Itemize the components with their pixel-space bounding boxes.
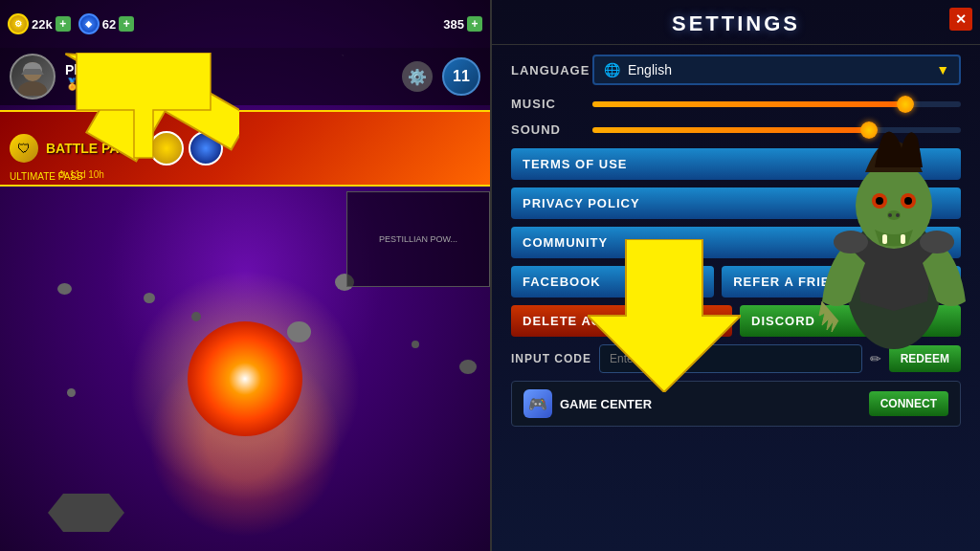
asteroid [67, 388, 76, 397]
gold-icon: ⚙ [8, 13, 29, 34]
gem-icon: ◆ [78, 13, 100, 34]
asteroid [287, 321, 311, 342]
language-arrow-icon: ▼ [936, 62, 949, 77]
svg-point-15 [834, 231, 868, 253]
language-value: English [628, 62, 928, 77]
asteroid [459, 360, 477, 374]
svg-point-13 [888, 213, 892, 217]
level-badge: 11 [442, 57, 480, 96]
game-center-icon: 🎮 [523, 389, 552, 418]
svg-point-10 [876, 197, 883, 205]
asteroid [57, 283, 72, 295]
gem-add-button[interactable]: + [119, 16, 134, 32]
input-code-label: INPUT CODE [511, 352, 591, 365]
special-resource: 385 + [443, 16, 482, 32]
spaceship [48, 494, 124, 532]
space-scene [0, 264, 490, 551]
svg-marker-17 [588, 239, 741, 392]
pestillian-area[interactable]: PESTILLIAN POW... [346, 191, 490, 287]
sound-label: SOUND [511, 122, 583, 137]
close-button[interactable]: ✕ [949, 8, 972, 31]
settings-title: SETTINGS [492, 0, 980, 45]
svg-point-3 [18, 81, 47, 96]
gear-button[interactable]: ⚙️ [402, 61, 433, 92]
gold-value: 22k [32, 17, 53, 32]
left-panel: ⚙ 22k + ◆ 62 + 385 + Player8585 [0, 0, 490, 551]
svg-point-11 [904, 197, 912, 205]
asteroid [191, 312, 201, 321]
pestillian-label: PESTILLIAN POW... [379, 234, 457, 244]
language-label: LANGUAGE [511, 63, 583, 77]
gem-value: 62 [102, 17, 116, 32]
yellow-arrow-right [588, 239, 741, 396]
explosion-effect [188, 321, 302, 436]
asteroid [412, 341, 419, 348]
yellow-arrow-left [48, 53, 239, 171]
gold-resource: ⚙ 22k + [8, 13, 71, 34]
language-flag: 🌐 [604, 62, 620, 77]
battle-pass-icon: 🛡 [10, 134, 38, 163]
special-value: 385 [443, 17, 464, 32]
right-panel: SETTINGS ✕ [490, 0, 980, 551]
ultimate-pass-label: ULTIMATE PASS [10, 171, 83, 182]
gold-add-button[interactable]: + [56, 16, 71, 32]
top-hud: ⚙ 22k + ◆ 62 + 385 + [0, 0, 490, 48]
music-label: MUSIC [511, 97, 583, 111]
svg-rect-7 [901, 234, 905, 244]
svg-marker-1 [77, 53, 211, 158]
svg-rect-6 [882, 234, 887, 244]
gem-resource: ◆ 62 + [78, 13, 134, 34]
svg-point-14 [896, 213, 900, 217]
svg-point-16 [920, 231, 954, 253]
special-add-button[interactable]: + [467, 16, 482, 32]
orc-character [808, 77, 980, 411]
asteroid [144, 293, 155, 303]
